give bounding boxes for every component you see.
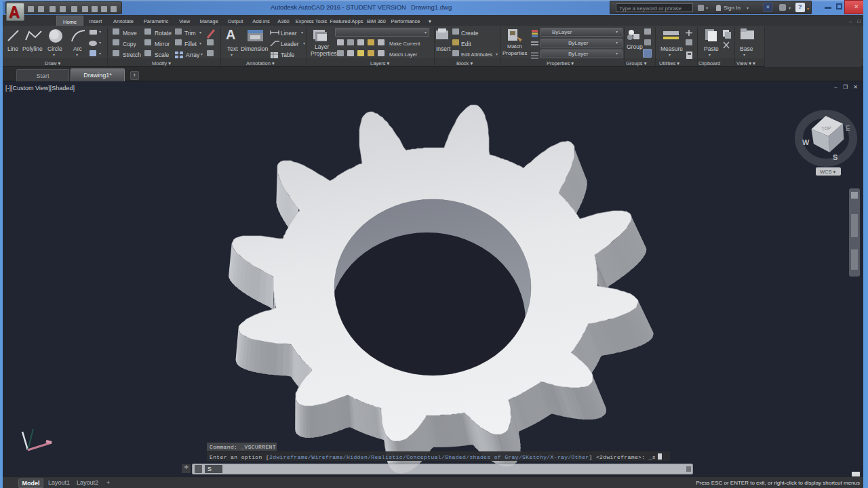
svg-text:E: E [846,125,850,132]
svg-text:W: W [802,138,810,146]
svg-text:S: S [833,153,837,161]
svg-text:WCS ▾: WCS ▾ [820,169,836,175]
